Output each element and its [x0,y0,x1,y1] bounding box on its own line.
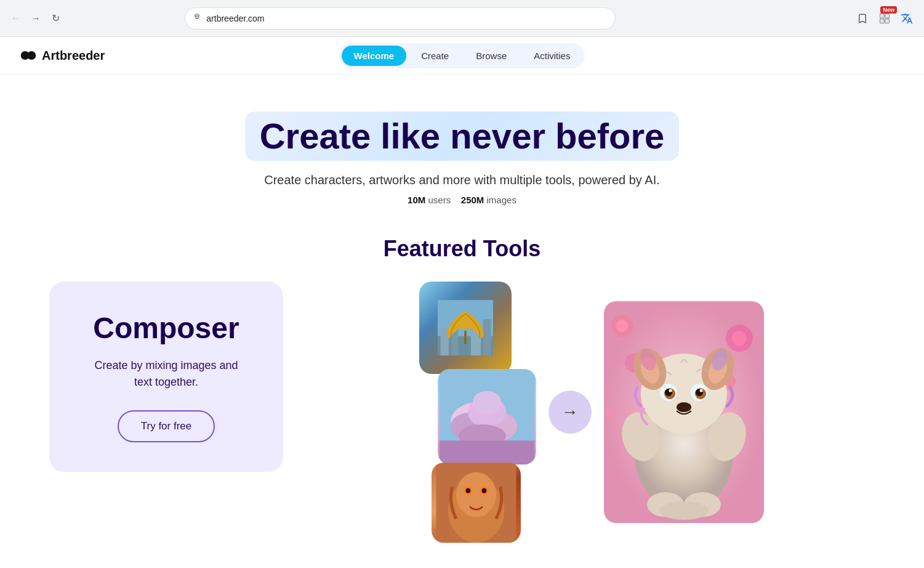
bottom-creature-content [432,463,521,543]
svg-point-54 [699,389,702,392]
svg-point-28 [481,488,486,493]
main-nav: Welcome Create Browse Activities [339,43,585,68]
hero-stats: 10M users 250M images [12,195,912,205]
artbreeder-logo-icon [20,47,37,64]
nav-item-welcome[interactable]: Welcome [342,46,407,66]
composer-title: Composer [74,311,259,345]
nav-item-create[interactable]: Create [409,46,461,66]
browser-actions: New [853,9,917,28]
new-badge: New [880,6,897,14]
website-content: Artbreeder Welcome Create Browse Activit… [0,37,924,568]
arrow-circle: → [548,391,592,434]
extension-button[interactable]: New [875,9,894,28]
images-label: images [487,195,516,205]
svg-rect-13 [464,330,467,344]
browser-chrome: ← → ↻ artbreeder.com New [0,0,924,37]
svg-rect-12 [483,319,491,355]
lock-icon [193,13,201,23]
translate-button[interactable] [897,9,917,28]
svg-rect-1 [880,14,884,18]
input-images-group [419,282,536,543]
svg-point-19 [472,391,501,413]
hero-title: Create like never before [12,112,912,173]
svg-rect-3 [880,18,884,23]
clouds-image-content [438,369,536,465]
svg-point-6 [27,51,36,60]
svg-point-55 [677,402,691,412]
input-image-creature-bottom [432,463,521,543]
svg-point-31 [616,320,629,332]
svg-rect-21 [439,440,534,465]
svg-point-24 [456,472,496,517]
result-image [604,301,764,523]
forward-button[interactable]: → [27,10,44,27]
nav-item-browse[interactable]: Browse [464,46,519,66]
composer-card: Composer Create by mixing images andtext… [49,282,283,472]
featured-tools-section: Featured Tools Composer Create by mixing… [0,224,924,543]
svg-point-33 [732,331,747,346]
wings-image-content [419,282,512,374]
arrow-icon: → [561,402,579,422]
hero-subtitle: Create characters, artworks and more wit… [12,173,912,187]
svg-rect-4 [885,18,890,23]
tools-layout: Composer Create by mixing images andtext… [25,282,899,543]
result-image-svg [604,301,764,523]
address-bar[interactable]: artbreeder.com [185,7,616,30]
input-image-clouds [438,369,536,465]
reload-button[interactable]: ↻ [47,10,64,27]
bookmark-button[interactable] [853,9,872,28]
svg-point-0 [196,16,199,19]
input-image-wings [419,282,512,374]
images-count: 250M [461,195,484,205]
composer-description: Create by mixing images andtext together… [74,357,259,391]
users-count: 10M [408,195,425,205]
svg-rect-2 [885,14,890,18]
svg-point-53 [669,389,672,392]
logo[interactable]: Artbreeder [20,47,105,64]
nav-item-activities[interactable]: Activities [521,46,582,66]
logo-text: Artbreeder [42,49,105,63]
extension-area: New [875,9,894,28]
try-for-free-button[interactable]: Try for free [118,410,215,442]
users-label: users [428,195,451,205]
svg-point-58 [659,501,709,520]
site-header: Artbreeder Welcome Create Browse Activit… [0,37,924,75]
url-text: artbreeder.com [206,14,608,23]
back-button[interactable]: ← [7,10,25,27]
composer-visual: → [308,282,875,543]
svg-point-27 [465,488,470,493]
browser-nav-buttons: ← → ↻ [7,10,64,27]
hero-section: Create like never before Create characte… [0,75,924,224]
featured-tools-title: Featured Tools [25,236,899,262]
